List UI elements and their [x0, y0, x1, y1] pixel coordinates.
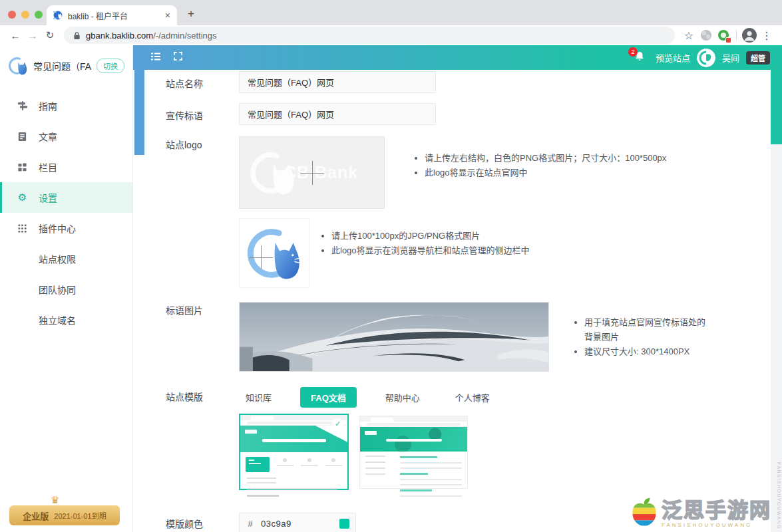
sidebar-item-site-permissions[interactable]: 站点权限	[0, 243, 132, 274]
window-minimize-button[interactable]	[21, 11, 29, 19]
extension-globe-icon[interactable]	[697, 30, 715, 41]
main-panel: 2 预览站点 吴间 超管 站点名称 宣传标语	[133, 45, 782, 532]
sidebar-item-label: 文章	[39, 130, 57, 143]
preview-site-link[interactable]: 预览站点	[656, 51, 690, 64]
forward-icon[interactable]: →	[24, 30, 41, 41]
template-tab-personal-blog[interactable]: 个人博客	[449, 387, 496, 408]
sidebar-item-articles[interactable]: 文章	[0, 121, 132, 152]
extension-badge	[725, 37, 731, 43]
browser-url-bar: ← → ↻ gbank.baklib.com/-/admin/settings …	[0, 25, 782, 45]
slogan-input[interactable]	[239, 103, 436, 125]
tip-line: 此logo将显示在浏览器导航栏和站点管理的侧边栏中	[331, 243, 530, 258]
sidebar-item-plugins[interactable]: 插件中心	[0, 213, 132, 243]
thumbs-label-spacer	[166, 414, 239, 490]
thumb-body	[360, 452, 467, 501]
user-avatar[interactable]	[697, 49, 715, 67]
sidebar-item-settings[interactable]: ⚙ 设置	[0, 182, 132, 213]
template-thumbnail-faq-selected[interactable]: ✓	[239, 414, 349, 490]
crown-icon: ♛	[51, 494, 59, 506]
color-swatch[interactable]	[339, 519, 349, 529]
toolbar-divider	[736, 30, 737, 41]
admin-app: 常见问题（FA... 切换 指南 文章	[0, 45, 782, 532]
tip-line: 建议尺寸大小: 300*1400PX	[584, 344, 707, 359]
window-zoom-button[interactable]	[35, 11, 43, 19]
site-logo-upload-box[interactable]: CBiBank	[239, 136, 385, 209]
architecture-photo	[240, 303, 548, 371]
left-scrollbar-thumb[interactable]	[134, 70, 144, 155]
sidebar-item-label: 站点权限	[39, 252, 76, 265]
bookmark-star-icon[interactable]: ☆	[680, 29, 697, 42]
sidebar-item-team-collaboration[interactable]: 团队协同	[0, 274, 132, 305]
watermark-vertical-text: FANSISHOUYOUWANG	[777, 462, 781, 529]
plan-badge[interactable]: 企业版 2021-01-01到期	[9, 505, 120, 525]
empty-icon-spacer	[17, 315, 28, 326]
reload-icon[interactable]: ↻	[41, 29, 59, 41]
settings-form: 站点名称 宣传标语 站点logo CBiBank	[133, 70, 771, 532]
topbar-left-icons	[150, 51, 183, 65]
empty-icon-spacer	[17, 284, 28, 295]
admin-topbar: 2 预览站点 吴间 超管	[133, 45, 782, 70]
tab-title: baklib - 租户平台	[68, 10, 160, 21]
fullscreen-icon[interactable]	[173, 51, 183, 64]
browser-window: baklib - 租户平台 × + ← → ↻ gbank.baklib.com…	[0, 0, 782, 532]
template-thumbnail-alt[interactable]	[359, 416, 468, 489]
favicon-tips: 请上传100*100px的JPG/PNG格式图片 此logo将显示在浏览器导航栏…	[321, 218, 530, 288]
omnibox[interactable]: gbank.baklib.com/-/admin/settings	[64, 27, 675, 44]
site-name-label: 站点名称	[166, 71, 239, 93]
sidebar-item-label: 团队协同	[39, 283, 76, 296]
template-row: 站点模版 知识库 FAQ文档 帮助中心 个人博客	[166, 386, 771, 408]
template-tab-knowledge-base[interactable]: 知识库	[239, 387, 278, 408]
template-thumbs-row: ✓	[166, 414, 771, 490]
username[interactable]: 吴间	[722, 51, 739, 64]
apps-dots-icon	[17, 223, 28, 234]
tip-line: 用于填充站点官网宣传标语处的背景图片	[584, 315, 707, 344]
plan-name: 企业版	[23, 509, 49, 522]
watermark-subtitle: FANSISHOUYOUWANG	[662, 522, 752, 528]
watermark: 泛思手游网 FANSISHOUYOUWANG	[630, 497, 771, 528]
sidebar: 常见问题（FA... 切换 指南 文章	[0, 45, 133, 532]
sidebar-header: 常见问题（FA... 切换	[0, 45, 132, 81]
empty-icon-spacer	[17, 253, 28, 265]
browser-menu-icon[interactable]: ⋮	[758, 29, 775, 42]
notification-bell-icon[interactable]: 2	[634, 51, 645, 64]
workspace-cat-logo-icon	[8, 56, 28, 76]
sidebar-item-guide[interactable]: 指南	[0, 90, 132, 121]
thumb-browser-bar	[360, 416, 467, 422]
url-host: gbank.baklib.com	[86, 31, 153, 41]
traffic-lights	[8, 11, 43, 19]
template-tab-faq[interactable]: FAQ文档	[300, 387, 357, 408]
slogan-row: 宣传标语	[166, 103, 771, 125]
watermark-text: 泛思手游网 FANSISHOUYOUWANG	[662, 500, 771, 528]
template-tab-help-center[interactable]: 帮助中心	[379, 387, 427, 408]
selected-check-icon: ✓	[332, 418, 343, 430]
upload-crosshair-icon	[249, 245, 273, 269]
template-color-input[interactable]	[261, 519, 339, 529]
template-color-field: #	[239, 513, 356, 532]
banner-image[interactable]	[239, 302, 549, 372]
favicon-upload-box[interactable]	[239, 218, 309, 288]
window-close-button[interactable]	[8, 11, 16, 19]
site-name-row: 站点名称	[166, 71, 771, 93]
tab-close-icon[interactable]: ×	[165, 11, 170, 20]
new-tab-button[interactable]: +	[188, 7, 194, 21]
thumb-cards	[240, 452, 347, 472]
browser-tab[interactable]: baklib - 租户平台 ×	[47, 5, 177, 25]
extension-green-icon[interactable]	[715, 30, 732, 41]
switch-workspace-button[interactable]: 切换	[97, 59, 124, 73]
template-label: 站点模版	[166, 386, 239, 408]
sidebar-item-columns[interactable]: 栏目	[0, 152, 132, 182]
plan-area: ♛ 企业版 2021-01-01到期	[9, 505, 120, 525]
template-tabs: 知识库 FAQ文档 帮助中心 个人博客	[239, 386, 518, 408]
banner-row: 标语图片	[166, 302, 771, 372]
workspace-title: 常见问题（FA...	[33, 59, 91, 72]
list-view-icon[interactable]	[150, 51, 161, 65]
site-name-input[interactable]	[239, 71, 436, 93]
back-icon[interactable]: ←	[7, 30, 24, 41]
profile-avatar-icon[interactable]	[741, 28, 758, 43]
sidebar-item-custom-domain[interactable]: 独立域名	[0, 305, 132, 335]
sidebar-item-label: 栏目	[39, 160, 57, 174]
thumb-url-bar	[360, 422, 467, 427]
watermark-title: 泛思手游网	[662, 500, 771, 521]
main-scrollbar-thumb[interactable]	[771, 70, 782, 144]
gear-icon: ⚙	[17, 192, 28, 203]
